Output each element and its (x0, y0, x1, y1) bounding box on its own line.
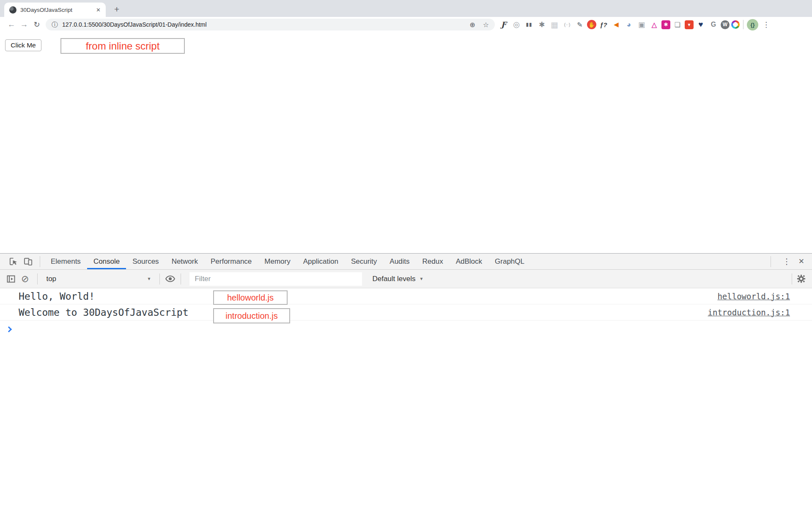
w-circle-extension-icon[interactable]: W (721, 20, 730, 29)
page-content: Click Me from inline script (0, 32, 812, 253)
console-source-link[interactable]: helloworld.js:1 (717, 292, 790, 301)
megaphone-extension-icon[interactable]: ◀ (611, 19, 622, 30)
helloworld-annotation: helloworld.js (213, 290, 288, 305)
devtools-close-icon[interactable]: ✕ (798, 257, 804, 266)
tab-strip: 30DaysOfJavaScript ✕ + (0, 0, 812, 17)
tab-title: 30DaysOfJavaScript (20, 7, 92, 13)
browser-menu-icon[interactable]: ⋮ (763, 20, 770, 29)
forward-icon[interactable]: → (18, 20, 30, 29)
console-prompt-chevron-icon (6, 326, 12, 332)
tab-close-icon[interactable]: ✕ (96, 7, 101, 13)
console-sidebar-toggle-icon[interactable] (6, 274, 16, 284)
inspect-element-icon[interactable] (8, 257, 18, 266)
console-prompt[interactable] (0, 320, 812, 338)
profile-avatar[interactable]: {} (747, 19, 758, 30)
bookmark-star-icon[interactable]: ☆ (483, 21, 489, 29)
split-panes-extension-icon[interactable]: ▮▮ (524, 19, 535, 30)
live-expression-eye-icon[interactable] (165, 273, 176, 284)
clear-console-icon[interactable]: ⊘ (21, 273, 29, 284)
execution-context-label: top (46, 275, 56, 283)
console-messages: Hello, World! helloworld.js:1 Welcome to… (0, 288, 812, 508)
url-text[interactable]: 127.0.0.1:5500/30DaysOfJavaScript/01-Day… (62, 21, 462, 28)
stop-hand-extension-icon[interactable]: ✋ (587, 20, 596, 29)
console-message-text: Welcome to 30DaysOfJavaScript (19, 307, 189, 318)
tab-application[interactable]: Application (297, 254, 345, 269)
function-help-extension-icon[interactable]: ƒ? (598, 19, 609, 30)
introduction-annotation: introduction.js (213, 308, 290, 323)
tab-sources[interactable]: Sources (126, 254, 165, 269)
tab-elements[interactable]: Elements (44, 254, 87, 269)
device-toolbar-icon[interactable] (23, 257, 33, 266)
orbit-extension-icon[interactable]: ◎ (511, 19, 522, 30)
tab-audits[interactable]: Audits (383, 254, 416, 269)
console-source-link[interactable]: introduction.js:1 (708, 308, 790, 317)
log-levels-label: Default levels (372, 275, 415, 283)
devtools-divider (40, 256, 40, 267)
address-bar[interactable]: ⓘ 127.0.0.1:5500/30DaysOfJavaScript/01-D… (46, 19, 495, 30)
tab-favicon-globe-icon (9, 6, 16, 14)
devtools-divider (771, 256, 771, 267)
bug-extension-icon[interactable]: ✱ (536, 19, 547, 30)
console-message-row[interactable]: Welcome to 30DaysOfJavaScript introducti… (0, 304, 812, 320)
chevron-down-icon: ▼ (147, 276, 151, 281)
console-toolbar: ⊘ top ▼ Default levels ▼ (0, 270, 812, 288)
click-me-button[interactable]: Click Me (5, 39, 41, 51)
chevron-down-icon: ▼ (420, 276, 424, 281)
console-toolbar-divider (792, 273, 792, 284)
inline-script-annotation: from inline script (60, 38, 185, 54)
heart-search-extension-icon[interactable]: ♥ (695, 19, 706, 30)
site-info-icon[interactable]: ⓘ (52, 21, 58, 29)
gear-box-extension-icon[interactable]: ✱ (661, 20, 670, 29)
camera-extension-icon[interactable]: ▣ (636, 19, 647, 30)
font-switcher-extension-icon[interactable]: Ƒ (498, 19, 509, 30)
toolbar-divider (743, 20, 743, 29)
tab-graphql[interactable]: GraphQL (488, 254, 531, 269)
tab-adblock[interactable]: AdBlock (450, 254, 488, 269)
execution-context-select[interactable]: top ▼ (46, 275, 151, 283)
devtools-tab-bar: Elements Console Sources Network Perform… (0, 254, 812, 270)
tab-redux[interactable]: Redux (416, 254, 450, 269)
tab-console[interactable]: Console (87, 254, 126, 269)
lens-extension-icon[interactable]: ◕ (623, 19, 634, 30)
rainbow-ring-extension-icon[interactable] (731, 20, 740, 29)
grid-extension-icon[interactable]: ▦ (549, 19, 560, 30)
console-toolbar-divider (181, 273, 181, 284)
browser-tab[interactable]: 30DaysOfJavaScript ✕ (4, 3, 106, 17)
devtools-menu-icon[interactable]: ⋮ (783, 257, 791, 266)
log-levels-select[interactable]: Default levels ▼ (372, 275, 423, 283)
tag-blocks-extension-icon[interactable]: ❏ (672, 19, 683, 30)
tab-memory[interactable]: Memory (258, 254, 296, 269)
devtools-panel: Elements Console Sources Network Perform… (0, 253, 812, 508)
bracket-face-extension-icon[interactable]: (··) (562, 19, 573, 30)
extensions-bar: Ƒ ◎ ▮▮ ✱ ▦ (··) ✎ ✋ ƒ? ◀ ◕ ▣ △ ✱ ❏ ▼ ♥ G… (498, 19, 740, 30)
console-message-text: Hello, World! (19, 291, 95, 302)
browser-toolbar: ← → ↻ ⓘ 127.0.0.1:5500/30DaysOfJavaScrip… (0, 17, 812, 32)
eyedropper-extension-icon[interactable]: ✎ (574, 19, 585, 30)
console-filter-input[interactable] (189, 272, 362, 286)
zoom-indicator-icon[interactable]: ⊕ (469, 21, 475, 29)
bookmark-box-extension-icon[interactable]: ▼ (685, 20, 694, 29)
console-settings-gear-icon[interactable] (796, 274, 806, 284)
console-toolbar-divider (159, 273, 160, 284)
back-icon[interactable]: ← (5, 20, 18, 29)
tab-performance[interactable]: Performance (204, 254, 258, 269)
console-message-row[interactable]: Hello, World! helloworld.js:1 (0, 288, 812, 304)
console-toolbar-divider (37, 273, 38, 284)
tab-network[interactable]: Network (165, 254, 204, 269)
new-tab-button[interactable]: + (114, 5, 119, 14)
tab-security[interactable]: Security (345, 254, 383, 269)
reload-icon[interactable]: ↻ (30, 20, 43, 29)
atom-extension-icon[interactable]: △ (649, 19, 660, 30)
g-ring-extension-icon[interactable]: G (708, 19, 719, 30)
